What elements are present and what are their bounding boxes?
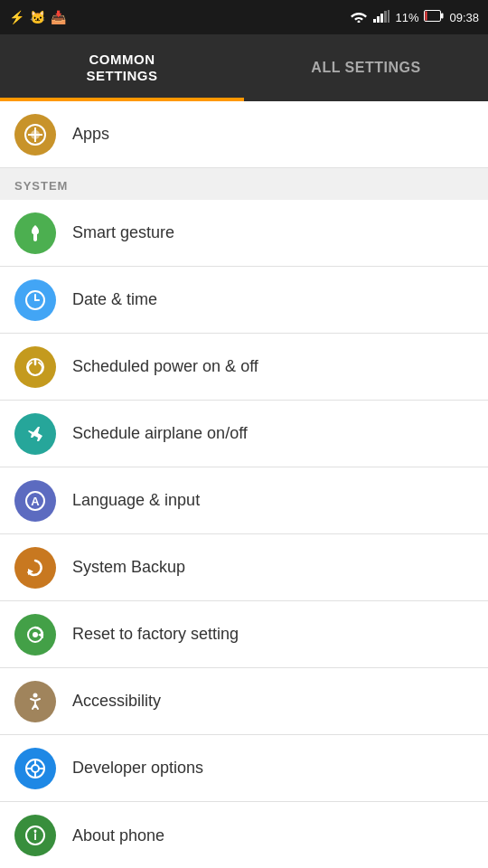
svg-rect-2: [377, 16, 380, 23]
svg-rect-5: [388, 10, 389, 23]
svg-rect-1: [373, 19, 376, 23]
svg-rect-8: [426, 12, 427, 21]
backup-label: System Backup: [72, 558, 185, 577]
system-section-header: SYSTEM: [0, 168, 488, 200]
apps-label: Apps: [72, 125, 109, 144]
tab-all-settings[interactable]: ALL SETTINGS: [244, 34, 488, 101]
list-item-apps[interactable]: Apps: [0, 101, 488, 168]
list-item-backup[interactable]: System Backup: [0, 534, 488, 601]
smart-gesture-icon: [14, 212, 56, 254]
svg-rect-4: [384, 11, 387, 23]
tab-common-settings[interactable]: COMMON SETTINGS: [0, 34, 244, 101]
tab-bar: COMMON SETTINGS ALL SETTINGS: [0, 34, 488, 101]
backup-icon: [14, 547, 56, 589]
system-items-list: Smart gesture Date & time: [0, 200, 488, 868]
status-right-icons: 11% 09:38: [350, 10, 479, 25]
inbox-icon: 📥: [51, 10, 66, 24]
time-display: 09:38: [449, 11, 479, 24]
chat-icon: 🐱: [30, 10, 45, 24]
svg-point-24: [32, 765, 39, 772]
list-item-date-time[interactable]: Date & time: [0, 267, 488, 334]
svg-rect-3: [380, 14, 383, 23]
svg-rect-7: [441, 14, 444, 19]
reset-icon: [14, 614, 56, 656]
settings-content: Apps SYSTEM Smart gesture Date & time: [0, 101, 488, 868]
date-time-icon: [14, 279, 56, 321]
about-label: About phone: [72, 826, 164, 845]
scheduled-power-label: Scheduled power on & off: [72, 357, 258, 376]
apps-icon: [14, 114, 56, 156]
smart-gesture-label: Smart gesture: [72, 223, 174, 242]
list-item-reset[interactable]: Reset to factory setting: [0, 601, 488, 668]
svg-marker-21: [38, 632, 43, 638]
developer-label: Developer options: [72, 759, 203, 778]
language-label: Language & input: [72, 491, 200, 510]
list-item-airplane[interactable]: Schedule airplane on/off: [0, 401, 488, 467]
reset-label: Reset to factory setting: [72, 625, 239, 644]
scheduled-power-icon: [14, 346, 56, 388]
developer-icon: [14, 748, 56, 789]
list-item-developer[interactable]: Developer options: [0, 735, 488, 802]
status-left-icons: ⚡ 🐱 📥: [9, 10, 66, 24]
list-item-accessibility[interactable]: Accessibility: [0, 668, 488, 735]
accessibility-icon: [14, 681, 56, 722]
date-time-label: Date & time: [72, 290, 157, 309]
status-bar: ⚡ 🐱 📥 11%: [0, 0, 488, 34]
wifi-icon: [350, 10, 368, 25]
svg-point-20: [33, 632, 38, 637]
battery-percentage: 11%: [395, 11, 418, 24]
battery-icon: [424, 10, 444, 24]
usb-icon: ⚡: [9, 10, 24, 24]
svg-point-22: [33, 693, 38, 697]
list-item-about[interactable]: i About phone: [0, 802, 488, 868]
airplane-label: Schedule airplane on/off: [72, 424, 248, 443]
list-item-language[interactable]: A Language & input: [0, 467, 488, 534]
svg-point-0: [358, 20, 361, 23]
signal-icon: [373, 10, 389, 25]
about-icon: i: [14, 815, 56, 856]
list-item-scheduled-power[interactable]: Scheduled power on & off: [0, 334, 488, 401]
accessibility-label: Accessibility: [72, 692, 161, 711]
language-icon: A: [14, 480, 56, 522]
svg-point-31: [34, 830, 37, 833]
tab-all-label: ALL SETTINGS: [311, 60, 420, 76]
svg-text:A: A: [31, 495, 40, 508]
tab-common-label: COMMON SETTINGS: [86, 52, 157, 84]
airplane-icon: [14, 413, 56, 455]
list-item-smart-gesture[interactable]: Smart gesture: [0, 200, 488, 267]
